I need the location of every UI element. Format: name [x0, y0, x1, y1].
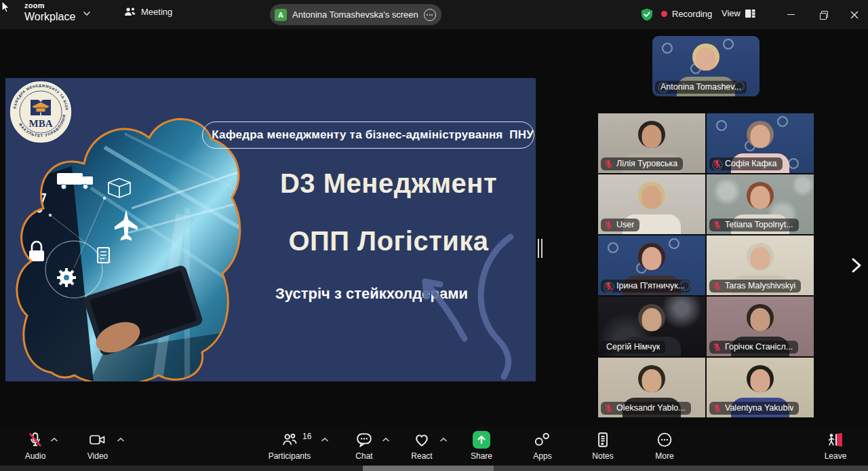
department-badge-text: Кафедра менеджменту та бізнес-адміністру…	[212, 128, 534, 142]
mic-muted-icon	[26, 431, 44, 449]
zoom-workplace-logo: zoom Workplace	[24, 2, 75, 22]
react-options-chevron[interactable]	[439, 437, 448, 442]
participant-tile[interactable]: Софія Кафка	[707, 113, 814, 173]
title-bar: zoom Workplace Meeting A Antonina Tomash…	[0, 0, 868, 29]
video-button[interactable]: Video	[65, 430, 130, 461]
apps-icon	[534, 431, 551, 449]
chat-button[interactable]: Chat	[332, 430, 397, 461]
leave-label: Leave	[825, 451, 847, 461]
recording-dot-icon	[661, 11, 667, 17]
heart-icon	[413, 431, 431, 449]
participant-name-label: Taras Malyshivskyi	[709, 280, 801, 293]
participant-tile[interactable]: Tetiana Topolnyt...	[707, 174, 814, 234]
apps-label: Apps	[533, 451, 551, 461]
muted-mic-icon	[713, 343, 722, 352]
participant-name: Горічок Станісл...	[725, 342, 793, 352]
participant-name-label: Valentyna Yakubiv	[709, 402, 799, 415]
participant-tile[interactable]: Ірина П'ятничук...	[598, 236, 705, 295]
participant-name-label: Ірина П'ятничук...	[601, 280, 690, 293]
participant-name: Valentyna Yakubiv	[725, 403, 793, 413]
meeting-toolbar: Audio Video 16 Participants	[0, 426, 868, 466]
participants-icon	[281, 431, 298, 449]
muted-mic-icon	[713, 404, 722, 413]
participant-name-label: Сергій Німчук	[601, 341, 665, 354]
participant-tile[interactable]: Oleksandr Yablo...	[598, 358, 705, 417]
avatar: A	[275, 9, 287, 21]
gallery-view-icon	[745, 9, 755, 18]
chat-label: Chat	[355, 451, 372, 461]
participants-button[interactable]: 16 Participants	[257, 430, 322, 461]
view-label: View	[722, 8, 741, 18]
participants-options-chevron[interactable]	[321, 437, 329, 442]
participant-name: User	[616, 220, 634, 229]
share-screen-icon	[473, 431, 490, 449]
participant-tile[interactable]: Сергій Німчук	[598, 297, 705, 356]
participant-tile[interactable]: User	[598, 174, 705, 234]
restore-button[interactable]	[808, 0, 838, 29]
arrow-doodle	[402, 231, 534, 381]
muted-mic-icon	[713, 159, 722, 168]
people-icon	[124, 7, 136, 17]
participant-name-label: Oleksandr Yablo...	[601, 402, 691, 415]
logo-workplace-text: Workplace	[24, 12, 75, 22]
participant-tile[interactable]: Valentyna Yakubiv	[707, 358, 814, 417]
close-icon	[850, 11, 859, 19]
participant-name: Софія Кафка	[725, 159, 777, 168]
leave-button[interactable]: Leave	[803, 430, 868, 461]
chat-icon	[355, 431, 373, 449]
panel-resize-handle[interactable]	[538, 239, 542, 258]
video-options-chevron[interactable]	[117, 437, 125, 442]
close-button[interactable]	[840, 0, 868, 29]
participant-name: Ірина П'ятничук...	[616, 281, 685, 290]
participant-name: Oleksandr Yablo...	[616, 403, 686, 413]
more-icon	[656, 431, 673, 449]
participant-name: Antonina Tomashev...	[660, 82, 741, 92]
participant-name-label: User	[601, 219, 639, 232]
participant-name-label: Лілія Туровська	[601, 157, 683, 171]
share-button[interactable]: Share	[449, 430, 514, 461]
participant-tile[interactable]: Горічок Станісл...	[707, 297, 814, 356]
participant-tile[interactable]: Taras Malyshivskyi	[707, 236, 814, 295]
notes-icon	[594, 431, 612, 449]
more-button[interactable]: More	[632, 430, 697, 461]
notes-label: Notes	[592, 451, 613, 461]
audio-button[interactable]: Audio	[3, 430, 68, 461]
gallery-next-button[interactable]	[846, 254, 865, 277]
shared-screen-slide: КАФЕДРА МЕНЕДЖМЕНТУ ТА БІЗНЕС-АДМІНІСТРУ…	[5, 78, 536, 381]
tab-shared-screen[interactable]: A Antonina Tomashevska's screen	[270, 4, 441, 25]
participant-name: Taras Malyshivskyi	[725, 281, 795, 290]
participants-count: 16	[302, 432, 311, 441]
recording-indicator[interactable]: Recording	[661, 9, 712, 19]
zoom-meeting-window: zoom Workplace Meeting A Antonina Tomash…	[0, 0, 868, 471]
notes-button[interactable]: Notes	[570, 430, 635, 461]
muted-mic-icon	[604, 159, 613, 168]
view-button[interactable]: View	[722, 8, 755, 18]
leave-icon	[826, 431, 845, 449]
tab-meeting[interactable]: Meeting	[124, 7, 172, 17]
camera-icon	[88, 431, 107, 449]
tab-options-icon[interactable]	[424, 9, 436, 21]
chevron-down-icon[interactable]	[83, 11, 91, 16]
participant-name: Лілія Туровська	[616, 159, 677, 168]
apps-button[interactable]: Apps	[510, 430, 575, 461]
muted-mic-icon	[604, 221, 613, 229]
self-view-tile[interactable]: Antonina Tomashev...	[652, 36, 760, 96]
logo-zoom-text: zoom	[24, 2, 75, 10]
participant-tile[interactable]: Лілія Туровська	[598, 113, 705, 173]
security-shield-icon[interactable]	[641, 8, 653, 21]
slide-title-1: D3 Менеджмент	[243, 168, 534, 199]
clover-icon	[203, 127, 205, 143]
recording-label: Recording	[672, 9, 712, 19]
react-button[interactable]: React	[389, 430, 454, 461]
minimize-button[interactable]	[776, 0, 806, 29]
participant-grid: Лілія Туровська Софія Кафка	[598, 113, 814, 417]
audio-options-chevron[interactable]	[50, 437, 58, 442]
participant-name-label: Antonina Tomashev...	[655, 81, 747, 94]
participant-name-label: Софія Кафка	[709, 157, 783, 171]
muted-mic-icon	[713, 221, 722, 229]
audio-label: Audio	[25, 451, 46, 461]
muted-mic-icon	[604, 404, 613, 413]
participants-label: Participants	[269, 451, 311, 461]
department-badge: Кафедра менеджменту та бізнес-адміністру…	[202, 121, 534, 149]
muted-mic-icon	[713, 282, 722, 290]
